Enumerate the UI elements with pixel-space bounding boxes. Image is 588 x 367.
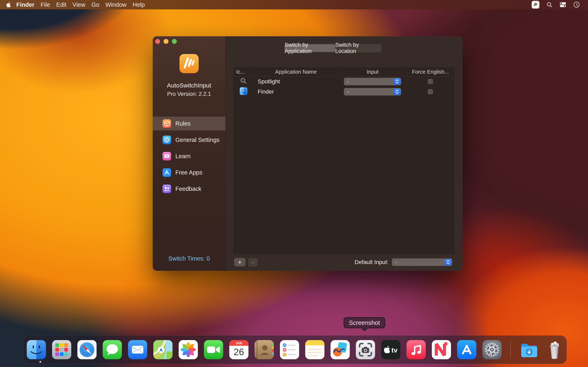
video-icon — [163, 152, 171, 160]
sidebar-item-label: Rules — [175, 120, 190, 127]
force-english-checkbox-finder[interactable] — [428, 89, 433, 94]
people-icon — [163, 184, 171, 193]
dock-messages-icon[interactable] — [103, 340, 122, 359]
menu-go[interactable]: Go — [91, 1, 99, 8]
spotlight-search-icon[interactable] — [546, 2, 553, 8]
column-header-application-name[interactable]: Application Name — [253, 69, 338, 75]
dock-appletv-icon[interactable]: tv — [381, 340, 400, 359]
table-row-finder[interactable]: Finder - — [234, 87, 454, 97]
menu-window[interactable]: Window — [105, 1, 126, 8]
close-button[interactable] — [155, 39, 160, 44]
window-content: Switch by Application Switch by Location… — [225, 36, 462, 271]
popup-stepper-icon — [445, 259, 452, 266]
dock-divider — [510, 341, 511, 359]
finder-icon — [240, 87, 247, 96]
app-store-icon — [163, 168, 171, 177]
table-row-spotlight[interactable]: Spotlight - — [234, 76, 454, 87]
dock-safari-icon[interactable] — [77, 340, 96, 359]
apple-menu-icon[interactable] — [6, 2, 11, 8]
sidebar-item-label: General Settings — [175, 137, 219, 143]
sidebar-nav: Rules General Settings Learn Free Apps — [153, 117, 225, 198]
tab-switch-by-application[interactable]: Switch by Application — [285, 44, 335, 52]
app-name-cell: Spotlight — [253, 78, 338, 85]
default-input-select[interactable]: - — [392, 258, 452, 266]
sidebar-item-feedback[interactable]: Feedback — [153, 182, 225, 196]
popup-stepper-icon — [394, 78, 401, 85]
menu-file[interactable]: File — [41, 1, 50, 8]
column-header-icon[interactable]: Ic... — [234, 69, 253, 75]
calendar-month-label: JAN — [236, 342, 242, 345]
dock-launchpad-icon[interactable] — [52, 340, 71, 359]
menubar-app-name[interactable]: Finder — [16, 1, 35, 8]
cube-icon — [163, 119, 171, 128]
sidebar-item-general-settings[interactable]: General Settings — [153, 133, 225, 147]
sidebar-item-label: Free Apps — [175, 169, 202, 176]
switch-times-counter: Switch Times: 0 — [153, 255, 225, 262]
menu-view[interactable]: View — [72, 1, 85, 8]
rules-table: Ic... Application Name Input Force Engli… — [234, 67, 454, 254]
add-rule-button[interactable]: + — [234, 258, 245, 267]
force-english-checkbox-spotlight[interactable] — [428, 79, 433, 84]
window-sidebar: AutoSwitchInput Pro Version: 2.2.1 Rules… — [153, 36, 225, 271]
dock-finder-icon[interactable] — [27, 340, 46, 359]
column-header-input[interactable]: Input — [338, 69, 406, 75]
remove-rule-button[interactable]: – — [248, 258, 258, 267]
minimize-button[interactable] — [164, 39, 168, 44]
dock-music-icon[interactable] — [406, 340, 426, 359]
finder-running-indicator — [39, 361, 41, 363]
control-center-icon[interactable] — [559, 2, 566, 8]
dock-news-icon[interactable] — [432, 340, 451, 359]
gear-icon — [163, 136, 171, 144]
dock-notes-icon[interactable] — [305, 340, 324, 359]
autoswitchinput-window: AutoSwitchInput Pro Version: 2.2.1 Rules… — [153, 36, 462, 271]
dock: JAN26 tv — [23, 335, 567, 364]
calendar-day-label: 26 — [233, 347, 244, 357]
dock-system-settings-icon[interactable] — [483, 340, 502, 359]
table-header: Ic... Application Name Input Force Engli… — [234, 67, 454, 76]
dock-facetime-icon[interactable] — [204, 340, 223, 359]
input-select-finder[interactable]: - — [344, 88, 401, 96]
traffic-lights — [155, 39, 177, 44]
app-title: AutoSwitchInput — [153, 82, 225, 89]
dock-maps-icon[interactable] — [153, 340, 173, 359]
menu-bar: Finder File Edit View Go Window Help — [0, 0, 588, 9]
appletv-label: tv — [391, 346, 398, 354]
app-name-cell: Finder — [253, 89, 338, 95]
autoswitchinput-app-icon — [180, 54, 199, 73]
dock-trash-icon[interactable] — [545, 340, 564, 359]
clock-icon[interactable] — [573, 1, 580, 8]
dock-appstore-icon[interactable] — [457, 340, 476, 359]
window-footer: + – Default Input: - — [226, 254, 462, 271]
tab-switch-by-location[interactable]: Switch by Location — [335, 44, 381, 52]
menu-edit[interactable]: Edit — [56, 1, 66, 8]
menu-help[interactable]: Help — [133, 1, 145, 8]
zoom-button[interactable] — [172, 39, 177, 44]
app-version-label: Pro Version: 2.2.1 — [153, 91, 225, 97]
dock-downloads-icon[interactable] — [520, 340, 539, 359]
dock-reminders-icon[interactable] — [280, 340, 299, 359]
sidebar-item-free-apps[interactable]: Free Apps — [153, 166, 225, 179]
screenshot-tooltip: Screenshot — [344, 317, 385, 328]
dock-photos-icon[interactable] — [179, 340, 198, 359]
default-input-label: Default Input: — [355, 259, 389, 266]
sidebar-item-learn[interactable]: Learn — [153, 149, 225, 163]
tab-bar: Switch by Application Switch by Location — [284, 44, 381, 52]
popup-stepper-icon — [394, 89, 401, 95]
sidebar-item-label: Feedback — [175, 185, 201, 192]
dock-contacts-icon[interactable] — [255, 340, 274, 359]
sidebar-item-label: Learn — [175, 153, 190, 160]
dock-calendar-icon[interactable]: JAN26 — [229, 340, 249, 359]
dock-screenshot-icon[interactable] — [356, 340, 375, 359]
dock-mail-icon[interactable] — [128, 340, 147, 359]
dock-freeform-icon[interactable] — [330, 340, 350, 359]
sidebar-item-rules[interactable]: Rules — [153, 117, 225, 131]
spotlight-icon — [240, 77, 247, 86]
autoswitchinput-status-icon[interactable] — [532, 1, 539, 8]
column-header-force-english[interactable]: Force English... — [406, 69, 454, 75]
input-select-spotlight[interactable]: - — [344, 78, 401, 85]
